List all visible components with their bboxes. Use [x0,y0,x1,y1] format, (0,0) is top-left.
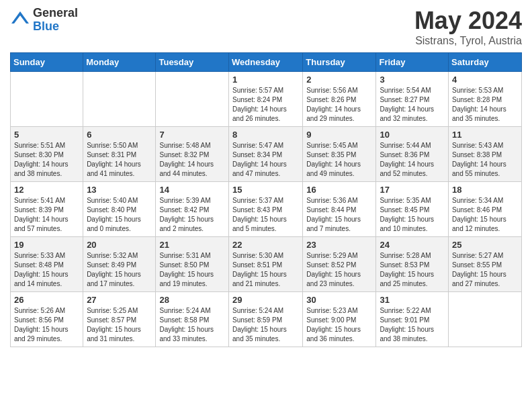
calendar-day-cell: 1Sunrise: 5:57 AM Sunset: 8:24 PM Daylig… [229,72,303,127]
calendar-week-1: 1Sunrise: 5:57 AM Sunset: 8:24 PM Daylig… [11,72,522,127]
calendar-day-cell: 11Sunrise: 5:43 AM Sunset: 8:38 PM Dayli… [449,127,522,182]
dow-header-sunday: Sunday [11,53,83,72]
day-number: 21 [159,240,225,250]
calendar-header: SundayMondayTuesdayWednesdayThursdayFrid… [11,53,522,72]
calendar-day-cell: 8Sunrise: 5:47 AM Sunset: 8:34 PM Daylig… [229,127,303,182]
calendar-day-cell: 7Sunrise: 5:48 AM Sunset: 8:32 PM Daylig… [156,127,229,182]
day-sun-info: Sunrise: 5:57 AM Sunset: 8:24 PM Dayligh… [232,86,299,124]
day-sun-info: Sunrise: 5:54 AM Sunset: 8:27 PM Dayligh… [380,86,445,124]
day-sun-info: Sunrise: 5:23 AM Sunset: 9:00 PM Dayligh… [306,306,372,344]
logo-text: General Blue [33,7,78,34]
day-sun-info: Sunrise: 5:34 AM Sunset: 8:46 PM Dayligh… [452,196,518,234]
dow-header-tuesday: Tuesday [156,53,229,72]
day-sun-info: Sunrise: 5:40 AM Sunset: 8:40 PM Dayligh… [87,196,152,234]
logo-general-text: General [33,7,78,20]
day-number: 11 [452,130,518,140]
day-number: 1 [232,75,299,85]
day-sun-info: Sunrise: 5:30 AM Sunset: 8:51 PM Dayligh… [232,251,299,289]
day-sun-info: Sunrise: 5:37 AM Sunset: 8:43 PM Dayligh… [232,196,299,234]
day-sun-info: Sunrise: 5:33 AM Sunset: 8:48 PM Dayligh… [14,251,79,289]
day-sun-info: Sunrise: 5:24 AM Sunset: 8:58 PM Dayligh… [159,306,225,344]
day-number: 29 [232,295,299,305]
calendar-day-cell [156,72,229,127]
calendar-week-2: 5Sunrise: 5:51 AM Sunset: 8:30 PM Daylig… [11,127,522,182]
location-subtitle: Sistrans, Tyrol, Austria [414,35,522,47]
day-number: 23 [306,240,372,250]
calendar-day-cell: 26Sunrise: 5:26 AM Sunset: 8:56 PM Dayli… [11,292,83,347]
dow-header-friday: Friday [376,53,449,72]
day-sun-info: Sunrise: 5:32 AM Sunset: 8:49 PM Dayligh… [87,251,152,289]
calendar-day-cell: 31Sunrise: 5:22 AM Sunset: 9:01 PM Dayli… [376,292,449,347]
day-sun-info: Sunrise: 5:39 AM Sunset: 8:42 PM Dayligh… [159,196,225,234]
day-sun-info: Sunrise: 5:43 AM Sunset: 8:38 PM Dayligh… [452,141,518,179]
day-number: 28 [159,295,225,305]
day-number: 16 [306,185,372,195]
day-number: 4 [452,75,518,85]
calendar-day-cell: 19Sunrise: 5:33 AM Sunset: 8:48 PM Dayli… [11,237,83,292]
calendar-day-cell: 15Sunrise: 5:37 AM Sunset: 8:43 PM Dayli… [229,182,303,237]
dow-header-wednesday: Wednesday [229,53,303,72]
day-sun-info: Sunrise: 5:50 AM Sunset: 8:31 PM Dayligh… [87,141,152,179]
calendar-week-3: 12Sunrise: 5:41 AM Sunset: 8:39 PM Dayli… [11,182,522,237]
calendar-day-cell: 2Sunrise: 5:56 AM Sunset: 8:26 PM Daylig… [303,72,376,127]
calendar-table: SundayMondayTuesdayWednesdayThursdayFrid… [10,52,522,347]
day-sun-info: Sunrise: 5:24 AM Sunset: 8:59 PM Dayligh… [232,306,299,344]
calendar-week-4: 19Sunrise: 5:33 AM Sunset: 8:48 PM Dayli… [11,237,522,292]
day-sun-info: Sunrise: 5:45 AM Sunset: 8:35 PM Dayligh… [306,141,372,179]
day-number: 20 [87,240,152,250]
day-sun-info: Sunrise: 5:44 AM Sunset: 8:36 PM Dayligh… [380,141,445,179]
title-block: May 2024 Sistrans, Tyrol, Austria [414,7,522,47]
day-number: 8 [232,130,299,140]
calendar-day-cell [11,72,83,127]
calendar-day-cell: 5Sunrise: 5:51 AM Sunset: 8:30 PM Daylig… [11,127,83,182]
day-number: 15 [232,185,299,195]
day-number: 30 [306,295,372,305]
day-number: 19 [14,240,79,250]
day-number: 24 [380,240,445,250]
day-number: 9 [306,130,372,140]
calendar-day-cell: 23Sunrise: 5:29 AM Sunset: 8:52 PM Dayli… [303,237,376,292]
day-number: 7 [159,130,225,140]
day-sun-info: Sunrise: 5:25 AM Sunset: 8:57 PM Dayligh… [87,306,152,344]
day-number: 27 [87,295,152,305]
calendar-day-cell: 28Sunrise: 5:24 AM Sunset: 8:58 PM Dayli… [156,292,229,347]
calendar-day-cell: 4Sunrise: 5:53 AM Sunset: 8:28 PM Daylig… [449,72,522,127]
calendar-day-cell: 25Sunrise: 5:27 AM Sunset: 8:55 PM Dayli… [449,237,522,292]
calendar-day-cell: 27Sunrise: 5:25 AM Sunset: 8:57 PM Dayli… [83,292,156,347]
day-sun-info: Sunrise: 5:26 AM Sunset: 8:56 PM Dayligh… [14,306,79,344]
calendar-body: 1Sunrise: 5:57 AM Sunset: 8:24 PM Daylig… [11,72,522,347]
day-number: 10 [380,130,445,140]
calendar-day-cell: 16Sunrise: 5:36 AM Sunset: 8:44 PM Dayli… [303,182,376,237]
calendar-day-cell: 29Sunrise: 5:24 AM Sunset: 8:59 PM Dayli… [229,292,303,347]
month-year-title: May 2024 [414,7,522,35]
day-number: 31 [380,295,445,305]
day-sun-info: Sunrise: 5:35 AM Sunset: 8:45 PM Dayligh… [380,196,445,234]
day-sun-info: Sunrise: 5:48 AM Sunset: 8:32 PM Dayligh… [159,141,225,179]
calendar-day-cell: 3Sunrise: 5:54 AM Sunset: 8:27 PM Daylig… [376,72,449,127]
day-number: 17 [380,185,445,195]
calendar-day-cell: 14Sunrise: 5:39 AM Sunset: 8:42 PM Dayli… [156,182,229,237]
day-number: 22 [232,240,299,250]
day-number: 13 [87,185,152,195]
day-number: 2 [306,75,372,85]
calendar-day-cell [83,72,156,127]
day-sun-info: Sunrise: 5:22 AM Sunset: 9:01 PM Dayligh… [380,306,445,344]
calendar-day-cell: 6Sunrise: 5:50 AM Sunset: 8:31 PM Daylig… [83,127,156,182]
calendar-day-cell: 18Sunrise: 5:34 AM Sunset: 8:46 PM Dayli… [449,182,522,237]
calendar-day-cell: 12Sunrise: 5:41 AM Sunset: 8:39 PM Dayli… [11,182,83,237]
calendar-week-5: 26Sunrise: 5:26 AM Sunset: 8:56 PM Dayli… [11,292,522,347]
day-number: 3 [380,75,445,85]
dow-header-thursday: Thursday [303,53,376,72]
day-sun-info: Sunrise: 5:41 AM Sunset: 8:39 PM Dayligh… [14,196,79,234]
day-sun-info: Sunrise: 5:29 AM Sunset: 8:52 PM Dayligh… [306,251,372,289]
day-sun-info: Sunrise: 5:47 AM Sunset: 8:34 PM Dayligh… [232,141,299,179]
calendar-day-cell: 17Sunrise: 5:35 AM Sunset: 8:45 PM Dayli… [376,182,449,237]
page-header: General Blue May 2024 Sistrans, Tyrol, A… [10,7,522,47]
calendar-day-cell: 20Sunrise: 5:32 AM Sunset: 8:49 PM Dayli… [83,237,156,292]
day-sun-info: Sunrise: 5:36 AM Sunset: 8:44 PM Dayligh… [306,196,372,234]
day-number: 5 [14,130,79,140]
day-number: 26 [14,295,79,305]
calendar-day-cell: 10Sunrise: 5:44 AM Sunset: 8:36 PM Dayli… [376,127,449,182]
day-sun-info: Sunrise: 5:28 AM Sunset: 8:53 PM Dayligh… [380,251,445,289]
day-sun-info: Sunrise: 5:51 AM Sunset: 8:30 PM Dayligh… [14,141,79,179]
